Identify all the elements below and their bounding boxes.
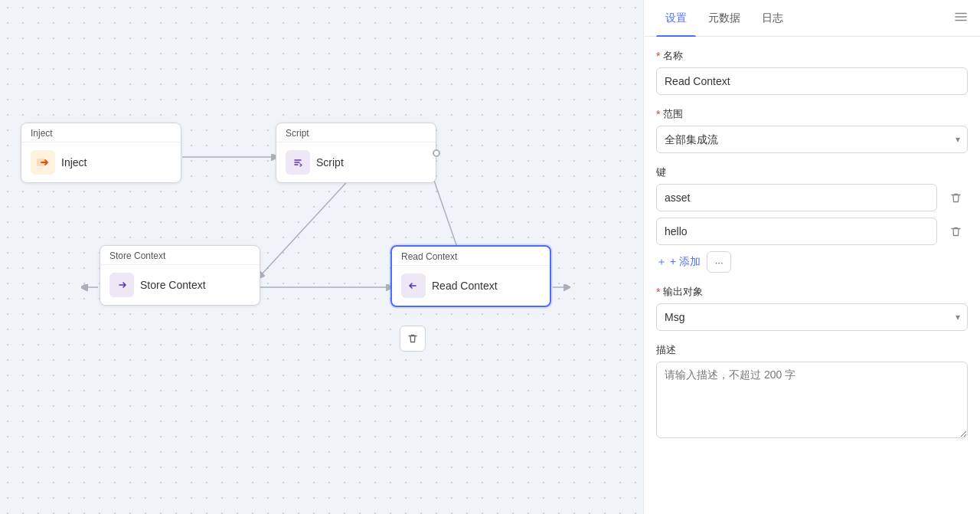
tab-settings[interactable]: 设置	[656, 0, 696, 37]
name-label: * 名称	[656, 49, 968, 63]
more-options-button[interactable]: ···	[707, 251, 731, 273]
scope-label: * 范围	[656, 107, 968, 121]
key-row-1	[656, 184, 968, 211]
key-row-2	[656, 218, 968, 245]
tab-metadata[interactable]: 元数据	[699, 0, 750, 37]
store-context-node[interactable]: Store Context Store Context	[100, 245, 260, 306]
tab-log[interactable]: 日志	[753, 0, 792, 37]
scope-select-wrapper: 全部集成流 当前流 全局 ▾	[656, 126, 968, 153]
read-context-header: Read Context	[392, 247, 550, 266]
panel-tabs: 设置 元数据 日志	[644, 0, 980, 37]
key-input-1[interactable]	[656, 184, 937, 211]
store-context-header: Store Context	[100, 246, 260, 265]
key-input-2[interactable]	[656, 218, 937, 245]
delete-node-button[interactable]	[400, 326, 426, 352]
output-select[interactable]: Msg Payload	[656, 303, 968, 331]
panel-content: * 名称 * 范围 全部集成流 当前流 全局 ▾ 键	[644, 37, 980, 514]
read-context-node[interactable]: Read Context Read Context	[390, 245, 551, 307]
desc-label: 描述	[656, 343, 968, 357]
right-panel: 设置 元数据 日志 * 名称 * 范围	[643, 0, 980, 514]
panel-menu-icon[interactable]	[954, 10, 968, 27]
delete-key-1-button[interactable]	[943, 185, 968, 210]
store-context-label: Store Context	[140, 279, 206, 291]
script-out-port	[433, 149, 440, 157]
scope-field-group: * 范围 全部集成流 当前流 全局 ▾	[656, 107, 968, 153]
output-select-wrapper: Msg Payload ▾	[656, 303, 968, 331]
scope-select[interactable]: 全部集成流 当前流 全局	[656, 126, 968, 153]
output-field-group: * 输出对象 Msg Payload ▾	[656, 285, 968, 331]
script-node[interactable]: Script Script	[276, 123, 436, 183]
store-context-icon	[109, 273, 134, 297]
inject-node[interactable]: Inject Inject	[21, 123, 181, 183]
script-label: Script	[316, 156, 344, 169]
name-input[interactable]	[656, 67, 968, 95]
key-label: 键	[656, 165, 968, 179]
name-field-group: * 名称	[656, 49, 968, 95]
inject-label: Inject	[61, 156, 87, 169]
svg-line-1	[260, 176, 352, 276]
read-context-icon	[401, 273, 426, 298]
add-key-button[interactable]: ＋ + 添加	[656, 252, 701, 272]
read-context-label: Read Context	[432, 280, 498, 292]
canvas: Inject Inject Script Script	[0, 0, 643, 514]
output-label: * 输出对象	[656, 285, 968, 299]
keys-field-group: 键	[656, 165, 968, 273]
script-node-header: Script	[276, 123, 436, 142]
add-key-row: ＋ + 添加 ···	[656, 251, 968, 273]
inject-icon	[31, 150, 55, 175]
delete-key-2-button[interactable]	[943, 219, 968, 244]
inject-node-header: Inject	[21, 123, 181, 142]
script-icon	[286, 150, 310, 175]
desc-textarea[interactable]	[656, 362, 968, 438]
desc-field-group: 描述	[656, 343, 968, 441]
